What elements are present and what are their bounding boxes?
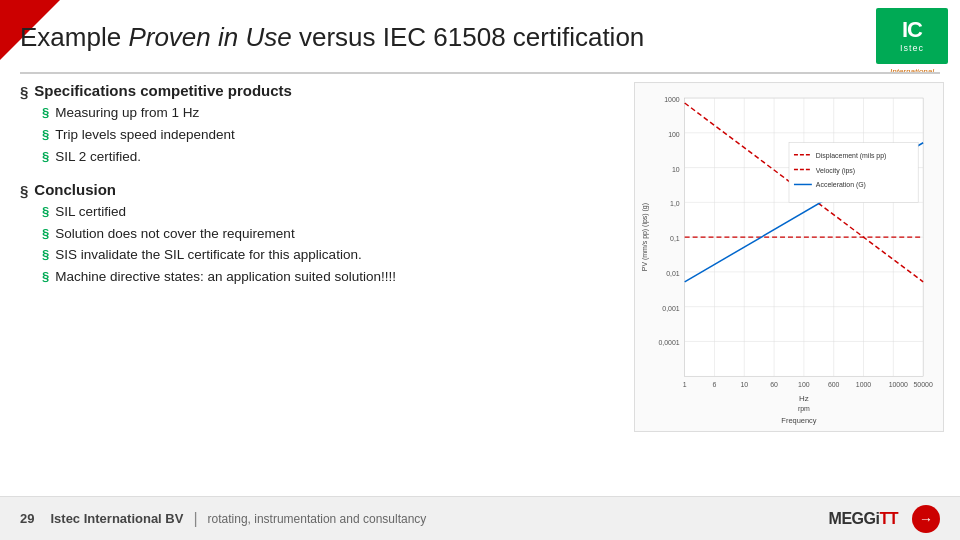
- footer: 29 Istec International BV | rotating, in…: [0, 496, 960, 540]
- sub-bullet: §: [42, 127, 49, 142]
- section1-subitems: § Measuring up from 1 Hz § Trip levels s…: [42, 104, 620, 167]
- list-item: § Trip levels speed independent: [42, 126, 620, 145]
- section-specifications: § Specifications competitive products § …: [20, 82, 620, 167]
- svg-text:10000: 10000: [889, 381, 908, 388]
- list-item: § Solution does not cover the requiremen…: [42, 225, 620, 244]
- svg-text:0,0001: 0,0001: [658, 339, 679, 346]
- section1-title: Specifications competitive products: [34, 82, 292, 99]
- svg-text:1000: 1000: [856, 381, 872, 388]
- footer-logos: MEGGiTT →: [829, 505, 940, 533]
- svg-text:10: 10: [740, 381, 748, 388]
- sub-bullet: §: [42, 204, 49, 219]
- sub-text: Measuring up from 1 Hz: [55, 104, 199, 123]
- sub-bullet: §: [42, 149, 49, 164]
- sub-text: Solution does not cover the requirement: [55, 225, 294, 244]
- sub-bullet: §: [42, 226, 49, 241]
- list-item: § SIS invalidate the SIL certificate for…: [42, 246, 620, 265]
- chart-area: 1000 100 10 1,0 0,1 0,01 0,001 0,0001 1 …: [634, 82, 944, 432]
- svg-text:1: 1: [683, 381, 687, 388]
- svg-text:10: 10: [672, 166, 680, 173]
- section2-title: Conclusion: [34, 181, 116, 198]
- list-item: § SIL certified: [42, 203, 620, 222]
- svg-text:Displacement (mils pp): Displacement (mils pp): [816, 152, 887, 160]
- sub-text: SIL 2 certified.: [55, 148, 141, 167]
- svg-text:6: 6: [713, 381, 717, 388]
- svg-text:50000: 50000: [913, 381, 932, 388]
- svg-text:0,1: 0,1: [670, 235, 680, 242]
- footer-description: rotating, instrumentation and consultanc…: [208, 512, 427, 526]
- svg-text:Acceleration (G): Acceleration (G): [816, 181, 866, 189]
- slide-title: Example Proven in Use versus IEC 61508 c…: [20, 22, 850, 53]
- svg-text:Velocity (ips): Velocity (ips): [816, 167, 855, 175]
- list-item: § SIL 2 certified.: [42, 148, 620, 167]
- slide: IC Istec International Example Proven in…: [0, 0, 960, 540]
- svg-text:0,01: 0,01: [666, 270, 680, 277]
- svg-text:PV (mm/s pp) (ips) (g): PV (mm/s pp) (ips) (g): [641, 203, 649, 271]
- svg-text:Frequency: Frequency: [781, 416, 816, 425]
- title-part1: Example: [20, 22, 128, 52]
- section2-bullet: §: [20, 182, 28, 199]
- svg-text:100: 100: [668, 131, 680, 138]
- sub-text: Trip levels speed independent: [55, 126, 235, 145]
- vibration-chart: 1000 100 10 1,0 0,1 0,01 0,001 0,0001 1 …: [635, 83, 943, 431]
- meggitt-logo: MEGGiTT: [829, 510, 898, 528]
- content-area: § Specifications competitive products § …: [20, 82, 620, 490]
- svg-text:1000: 1000: [664, 96, 680, 103]
- sub-text: Machine directive states: an application…: [55, 268, 396, 287]
- sub-text: SIS invalidate the SIL certificate for t…: [55, 246, 361, 265]
- footer-company: Istec International BV: [50, 511, 183, 526]
- logo-box: IC Istec: [876, 8, 948, 64]
- svg-text:1,0: 1,0: [670, 200, 680, 207]
- section2-subitems: § SIL certified § Solution does not cove…: [42, 203, 620, 288]
- footer-page-number: 29: [20, 511, 34, 526]
- sub-bullet: §: [42, 105, 49, 120]
- svg-text:rpm: rpm: [798, 405, 810, 413]
- svg-text:0,001: 0,001: [662, 305, 680, 312]
- title-part2: versus IEC 61508 certification: [292, 22, 645, 52]
- logo-area: IC Istec International: [876, 8, 948, 76]
- title-divider: [20, 72, 940, 74]
- svg-text:Hz: Hz: [799, 394, 809, 403]
- logo-ic-text: IC: [902, 19, 922, 41]
- svg-text:100: 100: [798, 381, 810, 388]
- svg-text:60: 60: [770, 381, 778, 388]
- section1-bullet: §: [20, 83, 28, 100]
- circle-arrow-icon: →: [912, 505, 940, 533]
- list-item: § Measuring up from 1 Hz: [42, 104, 620, 123]
- svg-text:600: 600: [828, 381, 840, 388]
- sub-bullet: §: [42, 269, 49, 284]
- logo-istec-text: Istec: [900, 43, 924, 53]
- section-conclusion: § Conclusion § SIL certified § Solution …: [20, 181, 620, 288]
- sub-text: SIL certified: [55, 203, 126, 222]
- list-item: § Machine directive states: an applicati…: [42, 268, 620, 287]
- sub-bullet: §: [42, 247, 49, 262]
- footer-divider: |: [193, 510, 197, 528]
- title-italic: Proven in Use: [128, 22, 291, 52]
